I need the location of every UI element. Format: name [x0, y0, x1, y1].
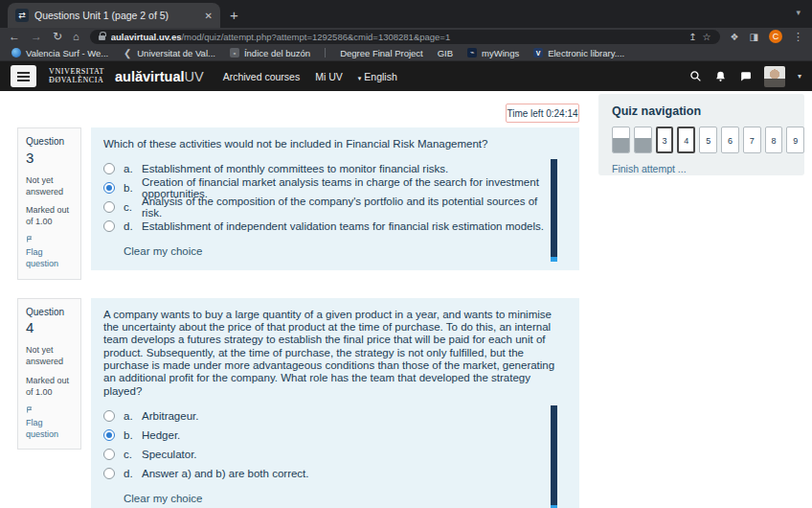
mailbox-favicon-icon: ▫ [230, 48, 239, 58]
question-4-title: Question 4 [26, 306, 73, 338]
bookmark-indice-buzon[interactable]: ▫ Índice del buzón [230, 48, 310, 58]
question-4-status: Not yet answered [26, 344, 73, 367]
address-bar[interactable]: aulavirtual.uv.es/mod/quiz/attempt.php?a… [90, 30, 720, 44]
bookmark-valencia-surf[interactable]: Valencia Surf - We... [11, 48, 108, 58]
option-c[interactable]: c. Analysis of the composition of the co… [103, 201, 544, 213]
url-path: /mod/quiz/attempt.php?attempt=1292586&cm… [181, 32, 450, 42]
user-avatar[interactable] [764, 66, 785, 87]
radio-selected-icon[interactable] [103, 182, 115, 194]
options-scrollbar[interactable] [551, 159, 557, 262]
university-logo[interactable]: VNIVERSITAT ĐØVALÈNCIA [49, 68, 104, 85]
menu-hamburger-button[interactable] [11, 65, 36, 87]
quiz-navigation-title: Quiz navigation [612, 104, 804, 118]
question-4-options: a. Arbitrageur. b. Hedger. c. Speculator… [103, 410, 567, 506]
url-text[interactable]: aulavirtual.uv.es/mod/quiz/attempt.php?a… [111, 32, 684, 42]
forward-icon[interactable]: → [31, 31, 42, 42]
lock-icon [99, 35, 105, 40]
bookmark-universitat[interactable]: ❮ Universitat de Val... [123, 48, 215, 58]
page-favicon-icon: ⇄ [15, 9, 29, 22]
option-b[interactable]: b. Creation of financial market analysis… [103, 182, 544, 194]
bookmark-mywings[interactable]: ⌁ myWings [467, 48, 519, 58]
qnav-button-6[interactable]: 6 [721, 127, 739, 153]
option-a[interactable]: a. Establishment of monthly committees t… [103, 163, 544, 174]
qnav-button-3[interactable]: 3 [656, 127, 674, 153]
nav-language-dropdown[interactable]: ▾English [358, 71, 397, 82]
question-4-text: A company wants to buy a large quantity … [103, 309, 567, 398]
url-domain: aulavirtual.uv.es [111, 32, 182, 42]
aulavirtual-brand[interactable]: aulăvirtualUV [115, 69, 204, 84]
search-icon[interactable] [689, 70, 702, 82]
nav-mi-uv[interactable]: Mi UV [315, 71, 343, 82]
flag-icon [26, 235, 34, 243]
side-panel-icon[interactable]: ◨ [750, 32, 758, 42]
bookmarks-bar: Valencia Surf - We... ❮ Universitat de V… [0, 45, 812, 61]
browser-window: ⇄ Questions Unit 1 (page 2 of 5) ✕ + ▾ ←… [0, 0, 812, 508]
options-scrollbar[interactable] [551, 405, 557, 508]
bookmark-degree-final-project[interactable]: Degree Final Project [340, 48, 423, 58]
qnav-button-9[interactable]: 9 [786, 127, 804, 153]
qnav-button-4[interactable]: 4 [677, 127, 695, 153]
browser-profile-avatar[interactable]: C [769, 30, 782, 43]
bookmark-star-icon[interactable]: ☆ [703, 32, 711, 42]
tab-close-icon[interactable]: ✕ [205, 11, 213, 21]
bookmarks-separator [325, 48, 326, 58]
browser-toolbar: ← → ↻ ⌂ aulavirtual.uv.es/mod/quiz/attem… [0, 28, 812, 45]
radio-icon[interactable] [103, 410, 115, 422]
quiz-timer: Time left 0:24:14 [506, 104, 579, 123]
nav-archived-courses[interactable]: Archived courses [223, 71, 301, 82]
quiz-page: Time left 0:24:14 Quiz navigation 1 2 3 … [0, 91, 812, 508]
user-menu-caret-icon[interactable]: ▾ [798, 72, 801, 81]
option-c[interactable]: c. Speculator. [103, 449, 544, 460]
tab-search-chevron-icon[interactable]: ▾ [796, 8, 801, 17]
reload-icon[interactable]: ↻ [53, 31, 62, 42]
v-favicon-icon: V [533, 48, 543, 58]
extensions-icon[interactable]: ❖ [731, 32, 739, 42]
qnav-button-7[interactable]: 7 [743, 127, 761, 153]
question-3-block: Question 3 Not yet answered Marked out o… [17, 127, 579, 280]
back-icon[interactable]: ← [9, 31, 20, 42]
flag-question-link[interactable]: Flag question [26, 234, 73, 269]
radio-icon[interactable] [103, 201, 115, 213]
tab-strip: ⇄ Questions Unit 1 (page 2 of 5) ✕ + ▾ [0, 0, 812, 28]
radio-selected-icon[interactable] [103, 429, 115, 441]
question-3-content: Which of these activities would not be i… [91, 127, 579, 270]
radio-icon[interactable] [103, 468, 115, 479]
option-d[interactable]: d. Answer a) and b) are both correct. [103, 468, 544, 479]
share-icon[interactable]: ↥ [688, 32, 696, 42]
qnav-button-8[interactable]: 8 [765, 127, 783, 153]
clear-choice-link[interactable]: Clear my choice [124, 245, 202, 257]
flag-icon [26, 405, 34, 414]
qnav-button-1[interactable]: 1 [612, 127, 630, 153]
qnav-button-5[interactable]: 5 [699, 127, 717, 153]
question-3-mark: Marked out of 1.00 [26, 204, 73, 227]
finish-attempt-link[interactable]: Finish attempt ... [612, 163, 687, 174]
question-4-mark: Marked out of 1.00 [26, 375, 73, 398]
browser-menu-icon[interactable]: ⋮ [793, 31, 803, 43]
option-b[interactable]: b. Hedger. [103, 429, 544, 441]
question-4-info: Question 4 Not yet answered Marked out o… [17, 298, 81, 450]
question-buttons-row: 1 2 3 4 5 6 7 8 9 [612, 127, 804, 153]
question-4-block: Question 4 Not yet answered Marked out o… [17, 298, 579, 508]
bookmark-gib[interactable]: GIB [438, 48, 453, 58]
globe-favicon-icon [11, 48, 21, 58]
radio-icon[interactable] [103, 163, 115, 174]
clear-choice-link[interactable]: Clear my choice [124, 493, 202, 504]
flag-question-link[interactable]: Flag question [26, 404, 73, 440]
bookmark-electronic-library[interactable]: V Electronic library.... [533, 48, 624, 58]
question-3-info: Question 3 Not yet answered Marked out o… [17, 127, 81, 280]
question-3-title: Question 3 [26, 135, 73, 168]
qnav-button-2[interactable]: 2 [634, 127, 652, 153]
radio-icon[interactable] [103, 449, 115, 460]
question-3-text: Which of these activities would not be i… [103, 138, 567, 150]
browser-tab[interactable]: ⇄ Questions Unit 1 (page 2 of 5) ✕ [8, 3, 220, 28]
home-icon[interactable]: ⌂ [73, 31, 79, 42]
radio-icon[interactable] [103, 220, 115, 232]
question-4-content: A company wants to buy a large quantity … [91, 298, 579, 508]
header-nav: Archived courses Mi UV ▾English [223, 71, 397, 82]
option-d[interactable]: d. Establishment of independent validati… [103, 220, 544, 232]
notifications-bell-icon[interactable] [714, 70, 727, 82]
messages-icon[interactable] [739, 70, 752, 82]
new-tab-button[interactable]: + [230, 7, 238, 23]
option-a[interactable]: a. Arbitrageur. [103, 410, 544, 422]
question-3-options: a. Establishment of monthly committees t… [103, 163, 567, 259]
